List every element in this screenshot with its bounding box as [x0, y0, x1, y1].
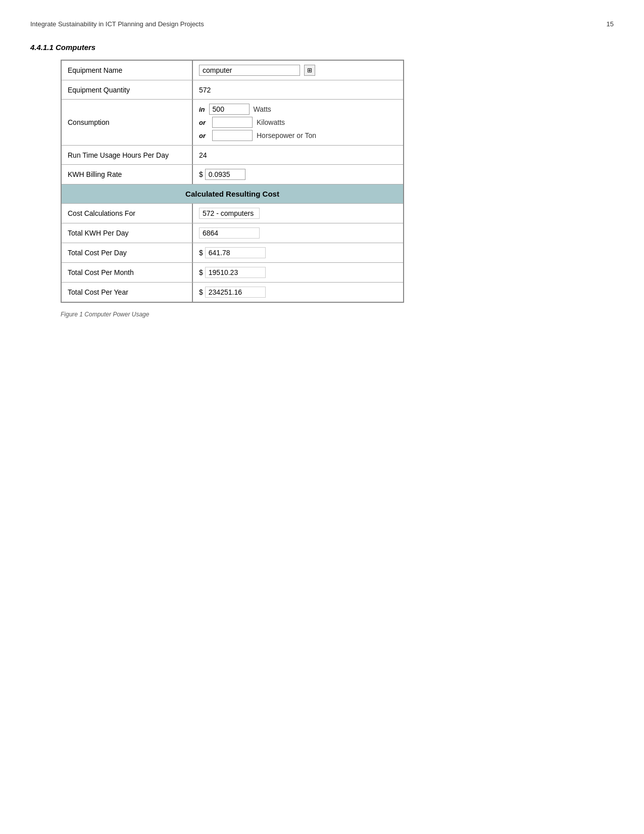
table-row: Equipment Quantity 572 — [62, 80, 403, 100]
kwh-billing-label: KWH Billing Rate — [62, 165, 193, 184]
total-kwh-input[interactable] — [199, 227, 260, 239]
total-cost-month-label: Total Cost Per Month — [62, 263, 193, 282]
kilowatts-unit: Kilowatts — [257, 118, 285, 126]
equipment-table: Equipment Name ⊞ Equipment Quantity 572 … — [61, 60, 404, 303]
quantity-value: 572 — [199, 86, 211, 94]
horsepower-unit: Horsepower or Ton — [257, 131, 316, 140]
figure-caption: Figure 1 Computer Power Usage — [61, 311, 614, 318]
section-title: 4.4.1.1 Computers — [30, 43, 614, 52]
equipment-name-label: Equipment Name — [62, 61, 193, 80]
kwh-billing-value: $ — [193, 165, 403, 184]
table-row: Total Cost Per Day $ — [62, 243, 403, 263]
in-label: in — [199, 106, 205, 113]
or-label-2: or — [199, 132, 208, 140]
total-kwh-value — [193, 223, 403, 243]
calculated-header-cell: Calculated Resulting Cost — [62, 184, 403, 203]
calculated-header-row: Calculated Resulting Cost — [62, 184, 403, 204]
grid-icon: ⊞ — [307, 67, 312, 74]
table-row: Total Cost Per Month $ — [62, 263, 403, 283]
total-cost-day-label: Total Cost Per Day — [62, 243, 193, 262]
total-kwh-label: Total KWH Per Day — [62, 223, 193, 243]
total-cost-year-value: $ — [193, 283, 403, 302]
kilowatts-input[interactable] — [212, 117, 253, 128]
total-cost-month-input[interactable] — [205, 267, 266, 278]
consumption-line-horsepower: or Horsepower or Ton — [199, 130, 397, 141]
total-cost-month-value: $ — [193, 263, 403, 282]
consumption-line-watts: in Watts — [199, 104, 397, 115]
table-row: Run Time Usage Hours Per Day 24 — [62, 146, 403, 165]
total-cost-year-input[interactable] — [205, 287, 266, 298]
total-cost-day-value: $ — [193, 243, 403, 262]
watts-unit: Watts — [254, 105, 271, 113]
page-number: 15 — [607, 20, 614, 28]
calculated-header-text: Calculated Resulting Cost — [185, 190, 279, 198]
billing-rate-input[interactable] — [205, 169, 245, 180]
equipment-quantity-label: Equipment Quantity — [62, 80, 193, 99]
cost-calc-input[interactable] — [199, 208, 260, 219]
table-row: KWH Billing Rate $ — [62, 165, 403, 184]
consumption-value: in Watts or Kilowatts or Horsepower or T… — [193, 100, 403, 145]
dollar-sign: $ — [199, 268, 203, 276]
table-row: Total Cost Per Year $ — [62, 283, 403, 302]
table-row: Total KWH Per Day — [62, 223, 403, 243]
equipment-quantity-value: 572 — [193, 80, 403, 99]
horsepower-input[interactable] — [212, 130, 253, 141]
dollar-sign: $ — [199, 249, 203, 257]
runtime-value-text: 24 — [199, 151, 207, 159]
total-cost-day-input[interactable] — [205, 247, 266, 258]
dollar-sign: $ — [199, 170, 203, 178]
cost-calc-value — [193, 204, 403, 223]
cost-calc-label: Cost Calculations For — [62, 204, 193, 223]
page-title: Integrate Sustainability in ICT Planning… — [30, 20, 204, 28]
equipment-name-input[interactable] — [199, 65, 300, 76]
or-label-1: or — [199, 119, 208, 126]
watts-input[interactable] — [209, 104, 250, 115]
consumption-label: Consumption — [62, 100, 193, 145]
runtime-value: 24 — [193, 146, 403, 164]
table-row: Equipment Name ⊞ — [62, 61, 403, 80]
page-header: Integrate Sustainability in ICT Planning… — [30, 20, 614, 28]
table-row: Cost Calculations For — [62, 204, 403, 223]
dollar-sign: $ — [199, 288, 203, 296]
equipment-icon-box[interactable]: ⊞ — [304, 65, 315, 76]
table-row: Consumption in Watts or Kilowatts or Hor… — [62, 100, 403, 146]
consumption-line-kilowatts: or Kilowatts — [199, 117, 397, 128]
equipment-name-value: ⊞ — [193, 61, 403, 80]
runtime-label: Run Time Usage Hours Per Day — [62, 146, 193, 164]
total-cost-year-label: Total Cost Per Year — [62, 283, 193, 302]
